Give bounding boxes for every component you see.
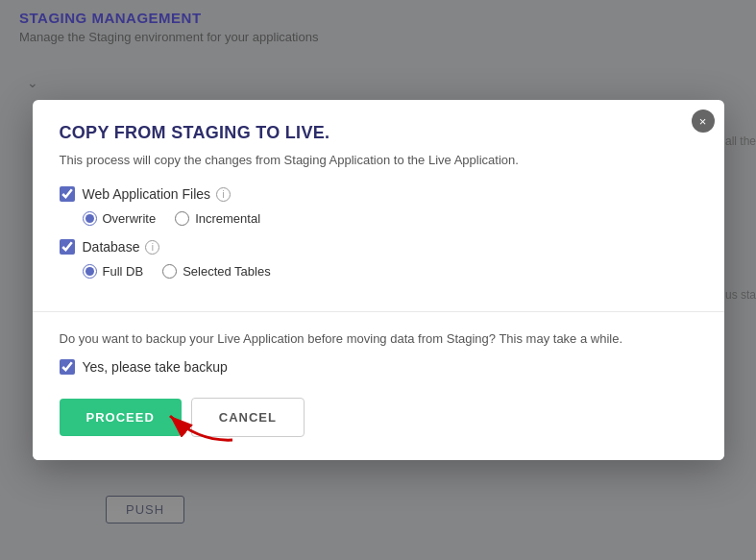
proceed-button[interactable]: PROCEED xyxy=(60,399,182,436)
modal-description: This process will copy the changes from … xyxy=(60,153,697,167)
selected-tables-label: Selected Tables xyxy=(183,264,271,279)
selected-tables-option[interactable]: Selected Tables xyxy=(162,264,271,279)
web-app-files-row: Web Application Files i xyxy=(60,186,697,202)
database-row: Database i xyxy=(60,239,697,255)
web-app-files-checkbox[interactable] xyxy=(60,186,75,202)
backup-checkbox-row: Yes, please take backup xyxy=(60,359,697,375)
overwrite-label: Overwrite xyxy=(103,211,157,226)
web-app-files-label: Web Application Files xyxy=(83,186,211,202)
modal-top-section: COPY FROM STAGING TO LIVE. This process … xyxy=(33,100,724,311)
action-buttons: PROCEED CANCEL xyxy=(60,398,697,437)
modal-bottom-section: Do you want to backup your Live Applicat… xyxy=(33,312,724,460)
copy-staging-modal: × COPY FROM STAGING TO LIVE. This proces… xyxy=(33,100,724,460)
backup-checkbox[interactable] xyxy=(60,359,75,375)
full-db-option[interactable]: Full DB xyxy=(83,264,144,279)
overwrite-option[interactable]: Overwrite xyxy=(83,211,157,226)
database-checkbox[interactable] xyxy=(60,239,75,255)
incremental-option[interactable]: Incremental xyxy=(175,211,260,226)
backup-label: Yes, please take backup xyxy=(83,359,228,375)
close-icon: × xyxy=(699,115,707,128)
incremental-label: Incremental xyxy=(195,211,260,226)
backup-description: Do you want to backup your Live Applicat… xyxy=(60,331,697,346)
copy-mode-radio-group: Overwrite Incremental xyxy=(83,211,697,226)
web-app-info-icon[interactable]: i xyxy=(216,187,231,202)
modal-title: COPY FROM STAGING TO LIVE. xyxy=(60,123,697,143)
database-label: Database xyxy=(83,239,140,255)
full-db-label: Full DB xyxy=(103,264,144,279)
incremental-radio[interactable] xyxy=(175,211,189,226)
overwrite-radio[interactable] xyxy=(83,211,97,226)
modal-overlay: × COPY FROM STAGING TO LIVE. This proces… xyxy=(0,0,756,560)
close-button[interactable]: × xyxy=(692,110,715,133)
db-mode-radio-group: Full DB Selected Tables xyxy=(83,264,697,279)
selected-tables-radio[interactable] xyxy=(162,264,177,279)
database-info-icon[interactable]: i xyxy=(145,240,159,255)
cancel-button[interactable]: CANCEL xyxy=(191,398,305,437)
full-db-radio[interactable] xyxy=(83,264,97,279)
